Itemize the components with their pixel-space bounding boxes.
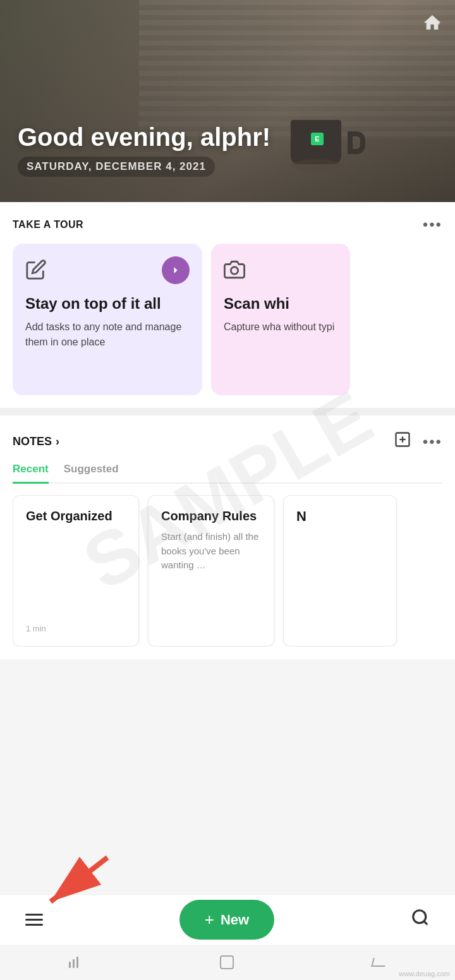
tour-card-1-desc: Add tasks to any note and manage them in… xyxy=(25,320,190,350)
section-divider xyxy=(0,408,455,415)
notes-title-group[interactable]: NOTES › xyxy=(13,435,59,448)
home-circle-icon xyxy=(220,955,234,969)
note-card-3[interactable]: N xyxy=(283,495,397,647)
cup-reflection xyxy=(291,159,341,172)
menu-bar-1 xyxy=(25,914,43,916)
recents-bar-2 xyxy=(73,959,75,968)
note-card-2-title: Company Rules xyxy=(161,508,261,523)
site-watermark: www.deuag.com xyxy=(399,970,450,977)
bottom-navigation: + New xyxy=(0,894,455,945)
evernote-cup-logo: E xyxy=(311,133,324,145)
notes-more-button[interactable]: ••• xyxy=(423,434,442,450)
notes-actions: ••• xyxy=(394,431,442,453)
tour-card-1[interactable]: Stay on top of it all Add tasks to any n… xyxy=(13,244,202,395)
note-card-1-meta: 1 min xyxy=(26,624,126,633)
notes-section: NOTES › ••• Recent Suggested Get Organiz… xyxy=(0,415,455,659)
notes-tabs: Recent Suggested xyxy=(13,463,442,484)
svg-point-6 xyxy=(413,911,426,923)
android-back-button[interactable] xyxy=(372,958,386,967)
note-card-2[interactable]: Company Rules Start (and finish) all the… xyxy=(148,495,274,647)
tour-section: TAKE A TOUR ••• Stay on top of it all Ad… xyxy=(0,202,455,408)
hero-cup-decoration: E xyxy=(291,107,354,164)
hero-date: SATURDAY, DECEMBER 4, 2021 xyxy=(18,157,215,177)
tab-recent[interactable]: Recent xyxy=(13,463,49,484)
tour-card-1-title: Stay on top of it all xyxy=(25,295,190,313)
tab-suggested[interactable]: Suggested xyxy=(64,463,119,482)
tour-cards-container: Stay on top of it all Add tasks to any n… xyxy=(13,244,442,395)
tour-card-next-button[interactable] xyxy=(162,256,190,284)
tour-title: TAKE A TOUR xyxy=(13,219,83,230)
android-recents-button[interactable] xyxy=(69,957,82,968)
new-note-plus-icon: + xyxy=(205,910,214,929)
note-card-1-title: Get Organized xyxy=(26,508,126,523)
note-card-2-excerpt: Start (and finish) all the books you've … xyxy=(161,530,261,573)
android-navigation-bar xyxy=(0,945,455,980)
notes-add-button[interactable] xyxy=(394,431,411,453)
notes-title: NOTES xyxy=(13,435,52,448)
new-note-button[interactable]: + New xyxy=(179,900,274,940)
new-note-label: New xyxy=(221,912,249,928)
tour-card-2-desc: Capture wha without typi xyxy=(224,320,337,335)
search-button[interactable] xyxy=(411,908,430,931)
cup-body: E xyxy=(291,120,341,164)
note-card-1[interactable]: Get Organized 1 min xyxy=(13,495,139,647)
menu-bar-3 xyxy=(25,924,43,926)
note-card-3-label: N xyxy=(296,508,384,525)
tour-card-2[interactable]: Scan whi Capture wha without typi xyxy=(211,244,350,395)
recents-bar-1 xyxy=(69,962,71,968)
notes-header: NOTES › ••• xyxy=(13,431,442,453)
note-cards-container: Get Organized 1 min Company Rules Start … xyxy=(13,495,442,647)
android-home-button[interactable] xyxy=(220,955,234,969)
camera-icon xyxy=(224,259,337,285)
home-icon[interactable] xyxy=(422,13,442,37)
tour-header: TAKE A TOUR ••• xyxy=(13,217,442,232)
recents-bar-3 xyxy=(76,957,78,968)
hero-greeting: Good evening, alphr! xyxy=(18,123,270,152)
notes-chevron-icon: › xyxy=(56,435,59,448)
tour-card-2-title: Scan whi xyxy=(224,295,337,313)
menu-bar-2 xyxy=(25,919,43,921)
cup-handle xyxy=(348,131,365,154)
hamburger-menu-button[interactable] xyxy=(25,914,43,926)
back-icon xyxy=(371,958,387,967)
svg-point-0 xyxy=(231,267,238,274)
recents-icon xyxy=(69,957,82,968)
tour-more-button[interactable]: ••• xyxy=(423,217,442,232)
hero-section: E Good evening, alphr! SATURDAY, DECEMBE… xyxy=(0,0,455,202)
